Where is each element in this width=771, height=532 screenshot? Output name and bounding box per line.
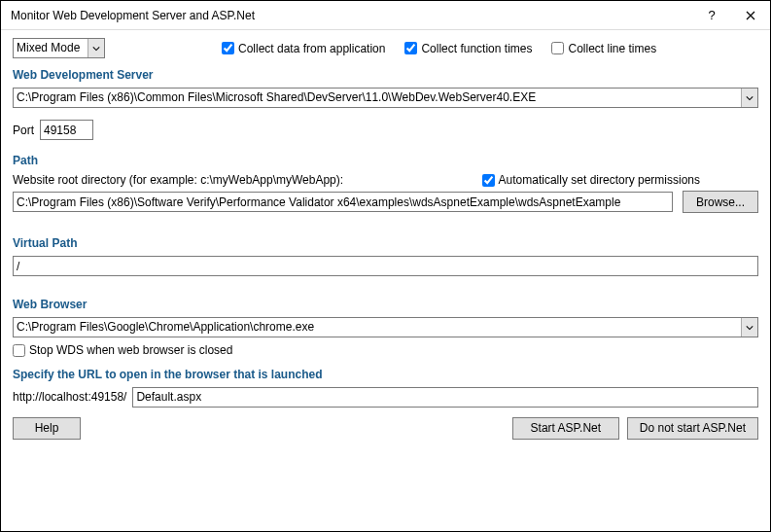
collect-line-input[interactable] — [551, 42, 564, 54]
root-dir-label: Website root directory (for example: c:\… — [13, 173, 473, 187]
port-input[interactable] — [40, 120, 93, 140]
mode-select[interactable]: Mixed Mode — [13, 38, 105, 58]
auto-permissions-label: Automatically set directory permissions — [499, 173, 700, 187]
chevron-down-icon — [741, 318, 757, 337]
virtual-path-input[interactable] — [13, 256, 758, 276]
collect-app-label: Collect data from application — [238, 42, 385, 55]
stop-wds-checkbox[interactable]: Stop WDS when web browser is closed — [13, 343, 232, 357]
wds-path-select[interactable]: C:\Program Files (x86)\Common Files\Micr… — [13, 88, 758, 108]
path-heading: Path — [13, 154, 758, 167]
collect-func-input[interactable] — [404, 42, 417, 54]
help-icon[interactable]: ? — [692, 1, 731, 30]
auto-permissions-checkbox[interactable]: Automatically set directory permissions — [482, 173, 700, 187]
collect-line-checkbox[interactable]: Collect line times — [551, 42, 656, 55]
stop-wds-label: Stop WDS when web browser is closed — [29, 343, 232, 357]
browser-heading: Web Browser — [13, 298, 758, 311]
browser-path-select[interactable]: C:\Program Files\Google\Chrome\Applicati… — [13, 317, 758, 337]
auto-permissions-input[interactable] — [482, 174, 495, 187]
help-button[interactable]: Help — [13, 417, 81, 440]
port-label: Port — [13, 124, 34, 137]
stop-wds-input[interactable] — [13, 344, 25, 357]
virtual-path-heading: Virtual Path — [13, 236, 758, 250]
browse-button[interactable]: Browse... — [683, 191, 758, 213]
titlebar: Monitor Web Development Server and ASP.N… — [1, 1, 770, 30]
wds-path-value: C:\Program Files (x86)\Common Files\Micr… — [14, 89, 741, 107]
window-title: Monitor Web Development Server and ASP.N… — [11, 9, 692, 22]
url-input[interactable] — [132, 387, 758, 408]
mode-select-value: Mixed Mode — [14, 39, 88, 57]
chevron-down-icon — [741, 89, 757, 107]
url-prefix: http://localhost:49158/ — [13, 390, 126, 404]
start-aspnet-button[interactable]: Start ASP.Net — [512, 417, 619, 440]
root-dir-input[interactable] — [13, 192, 673, 212]
collect-app-checkbox[interactable]: Collect data from application — [222, 42, 385, 55]
browser-path-value: C:\Program Files\Google\Chrome\Applicati… — [14, 318, 741, 337]
collect-func-checkbox[interactable]: Collect function times — [404, 42, 532, 55]
collect-app-input[interactable] — [222, 42, 234, 54]
do-not-start-aspnet-button[interactable]: Do not start ASP.Net — [627, 417, 758, 440]
collect-line-label: Collect line times — [568, 42, 656, 55]
chevron-down-icon — [88, 39, 104, 57]
wds-heading: Web Development Server — [13, 68, 758, 82]
collect-func-label: Collect function times — [421, 42, 532, 55]
url-heading: Specify the URL to open in the browser t… — [13, 368, 758, 381]
close-icon[interactable] — [731, 1, 770, 30]
